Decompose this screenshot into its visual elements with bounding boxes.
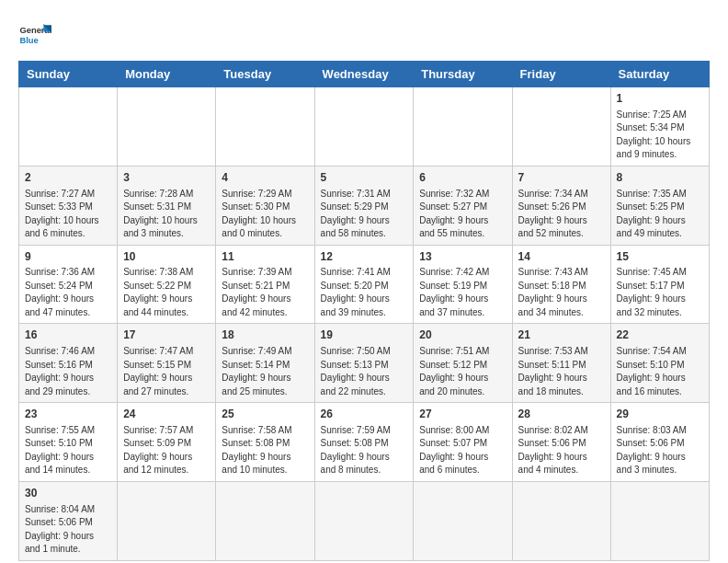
calendar-cell: 1Sunrise: 7:25 AM Sunset: 5:34 PM Daylig… <box>610 87 709 167</box>
calendar-cell: 9Sunrise: 7:36 AM Sunset: 5:24 PM Daylig… <box>19 245 118 324</box>
calendar-cell <box>314 481 414 560</box>
cell-content: Sunrise: 7:35 AM Sunset: 5:25 PM Dayligh… <box>617 188 703 241</box>
calendar-header-row: SundayMondayTuesdayWednesdayThursdayFrid… <box>19 62 710 87</box>
calendar-cell: 14Sunrise: 7:43 AM Sunset: 5:18 PM Dayli… <box>512 245 610 324</box>
calendar-cell: 5Sunrise: 7:31 AM Sunset: 5:29 PM Daylig… <box>314 166 414 245</box>
cell-content: Sunrise: 7:49 AM Sunset: 5:14 PM Dayligh… <box>222 345 308 398</box>
day-number: 16 <box>25 327 111 343</box>
cell-content: Sunrise: 7:41 AM Sunset: 5:20 PM Dayligh… <box>321 266 408 319</box>
calendar-cell <box>512 87 610 167</box>
calendar-cell: 17Sunrise: 7:47 AM Sunset: 5:15 PM Dayli… <box>118 324 216 403</box>
day-number: 11 <box>222 249 308 265</box>
cell-content: Sunrise: 7:45 AM Sunset: 5:17 PM Dayligh… <box>617 266 703 319</box>
day-header-saturday: Saturday <box>610 62 709 87</box>
cell-content: Sunrise: 7:58 AM Sunset: 5:08 PM Dayligh… <box>222 424 308 477</box>
calendar-cell: 21Sunrise: 7:53 AM Sunset: 5:11 PM Dayli… <box>512 324 610 403</box>
day-number: 2 <box>25 170 111 186</box>
cell-content: Sunrise: 7:59 AM Sunset: 5:08 PM Dayligh… <box>321 424 408 477</box>
cell-content: Sunrise: 8:02 AM Sunset: 5:06 PM Dayligh… <box>518 424 605 477</box>
logo-icon: General Blue <box>18 18 51 52</box>
cell-content: Sunrise: 7:50 AM Sunset: 5:13 PM Dayligh… <box>321 345 408 398</box>
cell-content: Sunrise: 8:00 AM Sunset: 5:07 PM Dayligh… <box>419 424 506 477</box>
cell-content: Sunrise: 7:25 AM Sunset: 5:34 PM Dayligh… <box>617 109 703 162</box>
day-header-friday: Friday <box>512 62 610 87</box>
day-number: 25 <box>222 407 308 422</box>
cell-content: Sunrise: 8:03 AM Sunset: 5:06 PM Dayligh… <box>617 424 703 477</box>
calendar-cell: 25Sunrise: 7:58 AM Sunset: 5:08 PM Dayli… <box>216 403 314 482</box>
day-number: 3 <box>123 170 210 186</box>
calendar-cell: 23Sunrise: 7:55 AM Sunset: 5:10 PM Dayli… <box>19 403 118 482</box>
calendar-week-row: 2Sunrise: 7:27 AM Sunset: 5:33 PM Daylig… <box>19 166 710 245</box>
day-header-sunday: Sunday <box>19 62 118 87</box>
day-header-thursday: Thursday <box>414 62 512 87</box>
day-number: 14 <box>518 249 605 265</box>
day-number: 4 <box>222 170 308 186</box>
day-number: 12 <box>321 249 408 265</box>
calendar-cell: 24Sunrise: 7:57 AM Sunset: 5:09 PM Dayli… <box>118 403 216 482</box>
calendar-cell <box>414 481 512 560</box>
calendar-week-row: 9Sunrise: 7:36 AM Sunset: 5:24 PM Daylig… <box>19 245 710 324</box>
calendar-cell: 15Sunrise: 7:45 AM Sunset: 5:17 PM Dayli… <box>610 245 709 324</box>
day-number: 5 <box>321 170 408 186</box>
svg-text:Blue: Blue <box>19 36 38 45</box>
day-number: 20 <box>419 327 506 343</box>
day-number: 30 <box>25 486 111 501</box>
day-number: 24 <box>123 407 210 422</box>
calendar-cell <box>216 481 314 560</box>
day-header-monday: Monday <box>118 62 216 87</box>
cell-content: Sunrise: 7:31 AM Sunset: 5:29 PM Dayligh… <box>321 188 408 241</box>
calendar-cell: 7Sunrise: 7:34 AM Sunset: 5:26 PM Daylig… <box>512 166 610 245</box>
day-number: 8 <box>617 170 703 186</box>
calendar-cell: 19Sunrise: 7:50 AM Sunset: 5:13 PM Dayli… <box>314 324 414 403</box>
calendar-cell: 3Sunrise: 7:28 AM Sunset: 5:31 PM Daylig… <box>118 166 216 245</box>
calendar-cell <box>610 481 709 560</box>
cell-content: Sunrise: 7:28 AM Sunset: 5:31 PM Dayligh… <box>123 188 210 241</box>
calendar-cell <box>414 87 512 167</box>
calendar-table: SundayMondayTuesdayWednesdayThursdayFrid… <box>18 61 710 561</box>
day-number: 27 <box>419 407 506 422</box>
calendar-cell <box>512 481 610 560</box>
day-header-tuesday: Tuesday <box>216 62 314 87</box>
calendar-cell: 22Sunrise: 7:54 AM Sunset: 5:10 PM Dayli… <box>610 324 709 403</box>
calendar-cell: 18Sunrise: 7:49 AM Sunset: 5:14 PM Dayli… <box>216 324 314 403</box>
day-number: 19 <box>321 327 408 343</box>
cell-content: Sunrise: 7:38 AM Sunset: 5:22 PM Dayligh… <box>123 266 210 319</box>
cell-content: Sunrise: 7:34 AM Sunset: 5:26 PM Dayligh… <box>518 188 605 241</box>
day-number: 22 <box>617 327 703 343</box>
calendar-cell: 6Sunrise: 7:32 AM Sunset: 5:27 PM Daylig… <box>414 166 512 245</box>
day-number: 6 <box>419 170 506 186</box>
calendar-cell: 16Sunrise: 7:46 AM Sunset: 5:16 PM Dayli… <box>19 324 118 403</box>
calendar-cell: 26Sunrise: 7:59 AM Sunset: 5:08 PM Dayli… <box>314 403 414 482</box>
cell-content: Sunrise: 7:46 AM Sunset: 5:16 PM Dayligh… <box>25 345 111 398</box>
calendar-cell: 13Sunrise: 7:42 AM Sunset: 5:19 PM Dayli… <box>414 245 512 324</box>
day-number: 13 <box>419 249 506 265</box>
cell-content: Sunrise: 7:57 AM Sunset: 5:09 PM Dayligh… <box>123 424 210 477</box>
calendar-cell: 30Sunrise: 8:04 AM Sunset: 5:06 PM Dayli… <box>19 481 118 560</box>
calendar-cell: 11Sunrise: 7:39 AM Sunset: 5:21 PM Dayli… <box>216 245 314 324</box>
day-number: 26 <box>321 407 408 422</box>
calendar-cell: 8Sunrise: 7:35 AM Sunset: 5:25 PM Daylig… <box>610 166 709 245</box>
page-header: General Blue <box>18 18 710 52</box>
day-number: 18 <box>222 327 308 343</box>
day-number: 23 <box>25 407 111 422</box>
calendar-cell: 28Sunrise: 8:02 AM Sunset: 5:06 PM Dayli… <box>512 403 610 482</box>
day-number: 29 <box>617 407 703 422</box>
cell-content: Sunrise: 7:39 AM Sunset: 5:21 PM Dayligh… <box>222 266 308 319</box>
day-number: 7 <box>518 170 605 186</box>
day-number: 21 <box>518 327 605 343</box>
cell-content: Sunrise: 7:27 AM Sunset: 5:33 PM Dayligh… <box>25 188 111 241</box>
cell-content: Sunrise: 7:36 AM Sunset: 5:24 PM Dayligh… <box>25 266 111 319</box>
calendar-week-row: 1Sunrise: 7:25 AM Sunset: 5:34 PM Daylig… <box>19 87 710 167</box>
cell-content: Sunrise: 7:42 AM Sunset: 5:19 PM Dayligh… <box>419 266 506 319</box>
calendar-cell: 4Sunrise: 7:29 AM Sunset: 5:30 PM Daylig… <box>216 166 314 245</box>
cell-content: Sunrise: 7:32 AM Sunset: 5:27 PM Dayligh… <box>419 188 506 241</box>
calendar-week-row: 16Sunrise: 7:46 AM Sunset: 5:16 PM Dayli… <box>19 324 710 403</box>
cell-content: Sunrise: 7:54 AM Sunset: 5:10 PM Dayligh… <box>617 345 703 398</box>
calendar-cell: 29Sunrise: 8:03 AM Sunset: 5:06 PM Dayli… <box>610 403 709 482</box>
calendar-cell: 12Sunrise: 7:41 AM Sunset: 5:20 PM Dayli… <box>314 245 414 324</box>
calendar-cell <box>118 481 216 560</box>
cell-content: Sunrise: 7:47 AM Sunset: 5:15 PM Dayligh… <box>123 345 210 398</box>
calendar-cell: 10Sunrise: 7:38 AM Sunset: 5:22 PM Dayli… <box>118 245 216 324</box>
logo: General Blue <box>18 18 51 52</box>
cell-content: Sunrise: 7:53 AM Sunset: 5:11 PM Dayligh… <box>518 345 605 398</box>
